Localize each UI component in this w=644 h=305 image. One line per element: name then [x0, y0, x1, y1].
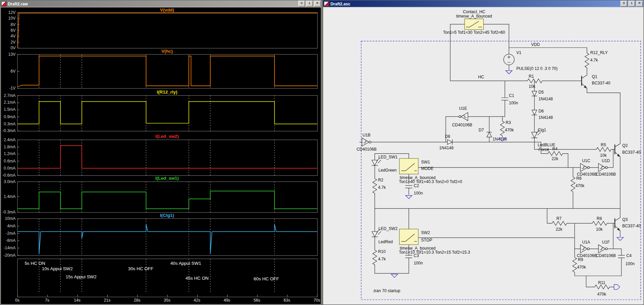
component-c2[interactable]: C2 100n	[406, 183, 423, 196]
component-sw2-switch[interactable]: SW2 STOP timesw_A_bounced Ton1=10 Tof1=1…	[399, 229, 470, 255]
component-led-sw1[interactable]: LED_SW1 LedGreen	[372, 155, 397, 173]
component-q3[interactable]: Q3 BC337-40	[615, 217, 641, 231]
y-tick-label: 8V	[1, 22, 16, 26]
minimize-button[interactable]: 0	[621, 1, 627, 6]
mdi-area: Draft2.raw 0 1 ✕ V(vdd)12V10V8V6V4V2V0VV…	[0, 0, 644, 305]
waveform-pane[interactable]	[17, 139, 318, 176]
label-vdd-net: VDD	[531, 42, 540, 47]
waveform-pane[interactable]	[17, 54, 318, 88]
label-led-sw1: LED_SW1	[379, 155, 398, 159]
component-v1[interactable]: V1 PULSE(0 12 0 .3 0 70)	[504, 50, 558, 71]
y-tick-label: 2.4mA	[1, 137, 16, 142]
label-r7: R7	[557, 216, 562, 221]
component-d6[interactable]: D6 1N4148	[532, 109, 553, 120]
label-u1d-type: CD40106B	[596, 172, 616, 177]
close-button[interactable]: ✕	[314, 1, 320, 6]
label-d5: D5	[539, 90, 544, 95]
label-c3-value: 100n	[414, 261, 423, 265]
waveform-pane[interactable]	[17, 219, 318, 256]
component-c3[interactable]: C3 100n	[406, 253, 423, 265]
waveform-pane[interactable]	[17, 12, 318, 48]
schematic-editor[interactable]: Contact_HC timesw_A_bounced Ton1=5 Tof1=…	[324, 7, 643, 304]
label-q2: Q2	[622, 143, 628, 148]
component-c1[interactable]: C1 100n	[501, 93, 518, 105]
label-contact-hc: Contact_HC	[463, 9, 485, 14]
component-d8[interactable]: D8 1N4148	[439, 134, 454, 150]
component-q2[interactable]: Q2 BC337-40	[615, 143, 641, 157]
y-tick-label: 4mA	[1, 224, 16, 228]
component-q1[interactable]: Q1 BC337-40	[582, 74, 610, 88]
component-r10[interactable]: R10 4.7k	[373, 248, 386, 266]
label-c4-value: 100n	[625, 261, 635, 266]
label-d6-type: 1N4148	[539, 115, 553, 120]
event-annotation: 40s Appui SW1	[170, 261, 201, 266]
component-contact-hc-switch[interactable]: Contact_HC timesw_A_bounced Ton1=5 Tof1=…	[443, 9, 505, 35]
minimize-button[interactable]: 0	[299, 1, 305, 6]
maximize-button[interactable]: 1	[306, 1, 313, 6]
y-tick-label: -8mA	[1, 238, 16, 243]
component-r2[interactable]: R2 4.7k	[373, 177, 386, 195]
y-tick-label: 10mA	[1, 217, 16, 221]
component-d5[interactable]: D5 1N4148	[532, 90, 553, 101]
label-u1f-type: CD40106B	[596, 253, 616, 258]
label-q3: Q3	[622, 217, 628, 222]
schematic-titlebar[interactable]: Draft2.asc 0 1 ✕	[323, 0, 644, 7]
component-clg1-led[interactable]: Clg1 LedBLUE Forcé	[532, 128, 555, 152]
label-c3: C3	[414, 253, 419, 258]
label-c1-value: 100n	[509, 101, 518, 105]
component-r7[interactable]: R7 22k	[550, 216, 568, 232]
maximize-button[interactable]: 1	[628, 1, 635, 6]
pane-title: I(Clg1)	[17, 213, 317, 218]
component-r9[interactable]: R9 470k	[572, 255, 586, 273]
component-r11[interactable]: R11 470k	[593, 280, 611, 297]
y-tick-label: 1.5mA	[1, 107, 16, 112]
waveform-pane[interactable]	[17, 95, 318, 131]
component-led-sw2[interactable]: LED_SW2 LedRed	[372, 226, 397, 244]
event-annotation: 45s HC ON	[185, 276, 208, 281]
waveform-viewer[interactable]: V(vdd)12V10V8V6V4V2V0VV(hc)13V6V-1VI(R12…	[1, 7, 321, 304]
y-tick-label: 1.8mA	[1, 145, 16, 149]
pane-title: V(vdd)	[17, 7, 317, 12]
label-mode: MODE	[421, 166, 433, 171]
y-tick-label: 0V	[1, 46, 16, 50]
y-tick-label: 0.6mA	[1, 159, 16, 163]
component-r8[interactable]: R8 10k	[590, 216, 608, 232]
label-stop: STOP	[421, 238, 432, 243]
schematic-window[interactable]: Draft2.asc 0 1 ✕ Contact_HC timesw_A_	[323, 0, 644, 305]
label-d8-type: 1N4148	[439, 146, 454, 150]
label-r5-value: 10k	[600, 153, 607, 158]
label-q1-type: BC337-40	[592, 81, 611, 85]
x-tick-label: 7s	[39, 298, 55, 302]
waveform-window[interactable]: Draft2.raw 0 1 ✕ V(vdd)12V10V8V6V4V2V0VV…	[0, 0, 322, 305]
component-r5[interactable]: R5 10k	[594, 143, 612, 158]
component-c4[interactable]: C4 100n	[618, 253, 635, 266]
schematic-wires[interactable]	[360, 24, 621, 287]
y-tick-label: 1.4mA	[1, 194, 16, 199]
label-r9: R9	[578, 257, 583, 262]
label-timesw-hc: timesw_A_bounced	[456, 14, 492, 19]
label-q3-type: BC337-40	[622, 224, 641, 228]
label-u1d: U1D	[602, 158, 610, 163]
label-u1f: U1F	[602, 240, 610, 245]
close-button[interactable]: ✕	[636, 1, 643, 6]
event-annotation: 15s Appui SW2	[66, 274, 96, 279]
window-title: Draft2.asc	[330, 1, 619, 6]
y-tick-label: -20mA	[1, 253, 16, 257]
component-sw1-switch[interactable]: SW1 MODE timesw_A_bounced Ton1=40 Tof1=4…	[399, 158, 462, 184]
label-c1: C1	[509, 93, 514, 98]
label-clg1: Clg1	[538, 128, 546, 132]
component-r3[interactable]: R3 470k	[500, 119, 514, 137]
label-r7-value: 22k	[556, 227, 563, 232]
component-d7[interactable]: D7 1N4148	[479, 128, 507, 142]
schematic-canvas[interactable]: Contact_HC timesw_A_bounced Ton1=5 Tof1=…	[324, 7, 643, 304]
y-tick-label: 1.2mA	[1, 152, 16, 156]
component-r12-rly[interactable]: R12_RLY 4.7k	[585, 50, 608, 69]
label-r4-value: 22k	[551, 156, 559, 161]
label-r8-value: 10k	[596, 227, 603, 232]
x-tick-label: 0s	[9, 298, 26, 302]
label-u1b-type: CD40106B	[357, 147, 377, 152]
waveform-titlebar[interactable]: Draft2.raw 0 1 ✕	[0, 0, 321, 7]
port-flag-icon[interactable]	[614, 284, 620, 289]
component-r6[interactable]: R6 470k	[571, 175, 585, 193]
waveform-pane[interactable]	[17, 181, 318, 212]
